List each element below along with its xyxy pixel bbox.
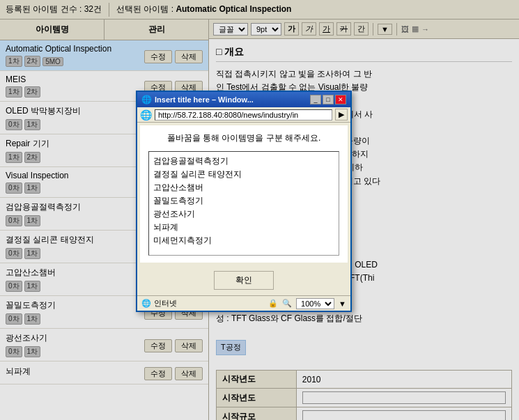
dialog-overlay[interactable]: 🌐 Insert title here – Window... _ □ ✕ 🌐 … [0, 0, 519, 420]
ok-button[interactable]: 확인 [214, 271, 274, 290]
dialog-titlebar: 🌐 Insert title here – Window... _ □ ✕ [137, 92, 350, 107]
browser-logo-icon: 🌐 [140, 109, 152, 120]
dialog-list-item[interactable]: 고압산소챔버 [152, 181, 336, 194]
browser-go-icon[interactable]: ▶ [335, 109, 348, 120]
browser-toolbar: 🌐 ▶ [137, 107, 350, 123]
dialog-title-buttons: _ □ ✕ [310, 95, 346, 104]
zoom-select[interactable]: 100% [296, 298, 334, 309]
maximize-button[interactable]: □ [323, 95, 334, 104]
browser-icon: 🌐 [141, 95, 152, 104]
status-text: 인터넷 [154, 298, 177, 309]
close-button[interactable]: ✕ [335, 95, 346, 104]
internet-icon: 🌐 [141, 299, 151, 308]
dialog-message: 폴바꿈을 통해 아이템명을 구분 해주세요. [148, 132, 339, 144]
browser-statusbar: 🌐 인터넷 🔒 🔍 100% ▼ [137, 295, 350, 311]
dialog-footer: 확인 [137, 265, 350, 295]
dialog-list-item[interactable]: 결정질 실리콘 태양전지 [152, 168, 336, 181]
lock-icon: 🔒 [268, 299, 278, 308]
main-container: 등록된 아이템 건수 : 32건 선택된 아이템 : Automatic Opt… [0, 0, 519, 420]
status-right: 🔒 🔍 100% ▼ [268, 298, 346, 309]
dialog-list-area[interactable]: 검압용골절력측정기 결정질 실리콘 태양전지 고압산소챔버 꼴밀도측정기 광선조… [148, 151, 339, 256]
dialog-list-item[interactable]: 꼴밀도측정기 [152, 194, 336, 208]
chevron-down-icon: ▼ [339, 300, 346, 308]
status-left: 🌐 인터넷 [141, 298, 177, 309]
browser-address-input[interactable] [155, 109, 332, 120]
dialog-title-left: 🌐 Insert title here – Window... [141, 95, 254, 104]
dialog-list-item[interactable]: 검압용골절력측정기 [152, 155, 336, 168]
dialog-content-area: 폴바꿈을 통해 아이템명을 구분 해주세요. 검압용골절력측정기 결정질 실리콘… [140, 125, 348, 263]
zoom-icon: 🔍 [282, 299, 292, 308]
dialog-list-item[interactable]: 뇌파계 [152, 221, 336, 234]
dialog-title-text: Insert title here – Window... [155, 95, 254, 104]
dialog-list-item[interactable]: 광선조사기 [152, 208, 336, 221]
dialog-window: 🌐 Insert title here – Window... _ □ ✕ 🌐 … [136, 91, 352, 312]
minimize-button[interactable]: _ [310, 95, 321, 104]
dialog-list-item[interactable]: 미세먼지측정기 [152, 234, 336, 247]
